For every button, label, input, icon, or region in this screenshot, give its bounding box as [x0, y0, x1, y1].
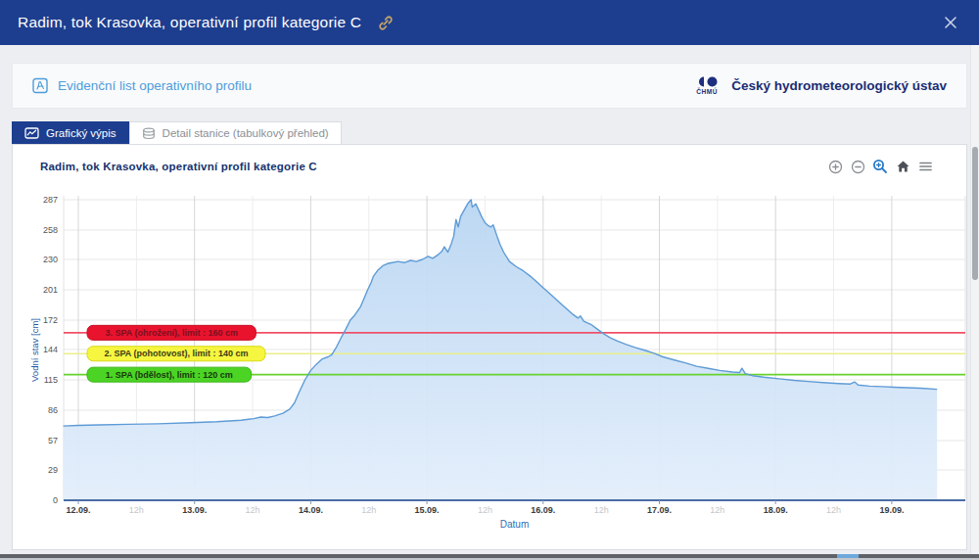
chart-toolbar: [827, 159, 933, 174]
close-icon[interactable]: [942, 14, 959, 31]
y-tick-label: 201: [43, 285, 58, 295]
x-tick-label: 17.09.: [647, 505, 672, 515]
chmu-logo: ČHMÚ: [694, 76, 720, 95]
x-tick-label: 16.09.: [531, 505, 555, 515]
x-tick-label: 13.09.: [182, 505, 207, 515]
y-tick-label: 258: [43, 225, 58, 235]
pdf-icon: [32, 77, 48, 94]
x-tick-label: 12h: [246, 505, 260, 515]
organization-block: ČHMÚ Český hydrometeorologický ústav: [694, 76, 947, 95]
x-tick-label: 18.09.: [764, 505, 788, 515]
x-tick-label: 12h: [826, 505, 841, 515]
scrollbar-track[interactable]: [970, 45, 979, 554]
menu-icon[interactable]: [917, 159, 933, 174]
organization-name: Český hydrometeorologický ústav: [731, 78, 947, 93]
chart-icon: [24, 127, 39, 139]
y-tick-label: 230: [43, 255, 58, 264]
permalink-icon[interactable]: [377, 15, 394, 31]
evidence-sheet-link[interactable]: Evidenční list operativního profilu: [32, 77, 252, 94]
chmu-abbr: ČHMÚ: [696, 88, 718, 95]
x-tick-label: 12h: [710, 505, 724, 515]
x-tick-label: 12h: [478, 505, 492, 515]
tab-bar: Grafický výpis Detail stanice (tabulkový…: [12, 121, 342, 144]
y-tick-label: 172: [43, 315, 58, 325]
modal-title: Radim, tok Krasovka, operativní profil k…: [18, 14, 361, 31]
document-bar: Evidenční list operativního profilu ČHMÚ…: [12, 63, 967, 109]
y-tick-label: 115: [44, 375, 58, 385]
x-tick-label: 19.09.: [879, 505, 904, 515]
tab-label: Grafický výpis: [46, 127, 117, 139]
y-tick-label: 144: [43, 345, 58, 354]
chart-panel: Radim, tok Krasovka, operativní profil k…: [12, 144, 967, 550]
chart-title: Radim, tok Krasovka, operativní profil k…: [40, 161, 317, 172]
x-axis-title: Datum: [500, 519, 529, 530]
limit-badge-label: 1. SPA (bdělost), limit : 120 cm: [106, 370, 233, 380]
tab-station-detail[interactable]: Detail stanice (tabulkový přehled): [129, 121, 342, 144]
x-tick-label: 12h: [594, 505, 609, 515]
tab-label: Detail stanice (tabulkový přehled): [163, 127, 329, 139]
x-tick-label: 12.09.: [66, 505, 90, 515]
y-tick-label: 287: [43, 195, 58, 205]
home-icon[interactable]: [895, 159, 910, 174]
x-tick-label: 12h: [129, 505, 144, 515]
water-level-chart[interactable]: 3. SPA (ohrožení), limit : 160 cm2. SPA …: [13, 145, 966, 549]
x-tick-label: 15.09.: [415, 505, 440, 515]
zoom-in-icon[interactable]: [827, 159, 843, 174]
tab-graphic-output[interactable]: Grafický výpis: [12, 121, 129, 144]
database-icon: [142, 127, 156, 140]
y-tick-label: 57: [48, 436, 58, 445]
evidence-sheet-label: Evidenční list operativního profilu: [58, 78, 252, 93]
scrollbar-thumb[interactable]: [972, 147, 978, 280]
y-tick-label: 29: [48, 465, 58, 475]
y-axis-title: Vodní stav [cm]: [29, 318, 40, 382]
y-tick-label: 86: [48, 405, 58, 415]
x-tick-label: 14.09.: [299, 505, 323, 515]
x-tick-label: 12h: [361, 505, 376, 515]
modal-header: Radim, tok Krasovka, operativní profil k…: [0, 0, 979, 45]
zoom-out-icon[interactable]: [850, 159, 865, 174]
limit-badge-label: 3. SPA (ohrožení), limit : 160 cm: [105, 328, 238, 338]
y-tick-label: 0: [53, 495, 58, 505]
zoom-select-icon[interactable]: [872, 159, 888, 174]
limit-badge-label: 2. SPA (pohotovost), limit : 140 cm: [104, 349, 248, 358]
